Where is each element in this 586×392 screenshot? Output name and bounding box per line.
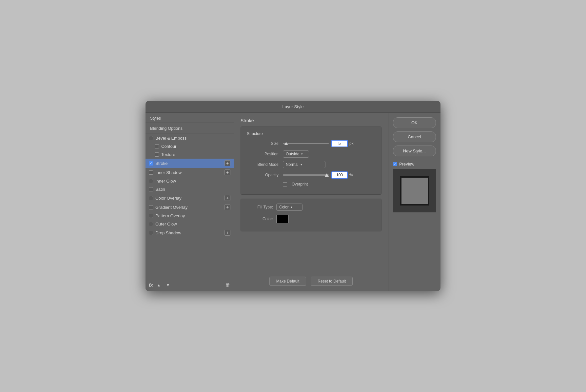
color-overlay-plus-button[interactable]: + [225,195,230,201]
size-input[interactable] [331,140,348,147]
fill-type-panel: Fill Type: Color ▾ Color: [241,199,381,231]
contour-label: Contour [161,144,230,149]
move-down-button[interactable]: ▼ [165,282,171,288]
overprint-checkbox[interactable] [283,182,287,186]
cancel-button[interactable]: Cancel [393,131,436,142]
pattern-overlay-label: Pattern Overlay [155,213,230,218]
overprint-row: Overprint [247,182,375,186]
sidebar-item-color-overlay[interactable]: Color Overlay + [146,193,234,203]
drop-shadow-plus-button[interactable]: + [225,230,230,236]
dialog-body: Styles Blending Options Bevel & Emboss C… [146,113,440,291]
sidebar-item-drop-shadow[interactable]: Drop Shadow + [146,228,234,237]
outer-glow-checkbox[interactable] [149,222,153,226]
blend-mode-dropdown-arrow: ▾ [301,163,302,166]
fill-type-value: Color [279,205,289,209]
gradient-overlay-checkbox[interactable] [149,205,153,209]
overprint-label: Overprint [292,182,308,186]
sidebar-item-blending-options[interactable]: Blending Options [146,124,234,132]
inner-glow-label: Inner Glow [155,179,230,184]
bottom-bar: fx ▲ ▼ 🗑 [146,279,234,291]
fill-type-dropdown[interactable]: Color ▾ [276,204,303,211]
gradient-overlay-plus-button[interactable]: + [225,204,230,210]
texture-label: Texture [161,152,230,157]
right-panel: OK Cancel New Style... Preview [388,113,440,291]
outer-glow-label: Outer Glow [155,222,230,226]
fill-type-row: Fill Type: Color ▾ [247,204,375,211]
drop-shadow-label: Drop Shadow [155,230,225,235]
preview-canvas [393,169,436,212]
fill-type-label: Fill Type: [247,205,276,209]
main-content: Stroke Structure Size: px Position: [234,113,388,291]
styles-header: Styles [146,113,234,123]
sidebar-item-bevel-emboss[interactable]: Bevel & Emboss [146,134,234,142]
size-label: Size: [247,141,283,146]
sidebar-item-contour[interactable]: Contour [146,142,234,150]
drop-shadow-checkbox[interactable] [149,231,153,235]
bevel-emboss-checkbox[interactable] [149,136,153,140]
fx-button[interactable]: fx [149,283,153,288]
blend-mode-row: Blend Mode: Normal ▾ [247,161,375,168]
position-dropdown-arrow: ▾ [301,152,303,156]
position-label: Position: [247,152,283,156]
dialog-title-bar: Layer Style [146,101,440,113]
opacity-row: Opacity: % [247,171,375,179]
preview-inner [400,176,429,206]
size-unit: px [349,141,354,146]
footer-buttons: Make Default Reset to Default [241,273,381,286]
stroke-section-title: Stroke [241,118,381,123]
position-value: Outside [286,152,299,156]
pattern-overlay-checkbox[interactable] [149,214,153,218]
inner-glow-checkbox[interactable] [149,179,153,183]
color-overlay-label: Color Overlay [155,196,225,201]
ok-button[interactable]: OK [393,117,436,128]
color-row: Color: [247,215,375,223]
opacity-label: Opacity: [247,173,283,177]
sidebar-item-gradient-overlay[interactable]: Gradient Overlay + [146,203,234,212]
satin-checkbox[interactable] [149,187,153,191]
sidebar-item-stroke[interactable]: Stroke + [146,159,234,168]
opacity-input[interactable] [331,171,348,179]
blend-mode-value: Normal [286,162,299,167]
bevel-emboss-label: Bevel & Emboss [155,136,230,141]
sidebar-item-texture[interactable]: Texture [146,150,234,159]
gradient-overlay-label: Gradient Overlay [155,205,225,210]
stroke-plus-button[interactable]: + [225,160,230,166]
styles-label: Styles [150,116,161,121]
inner-shadow-plus-button[interactable]: + [225,169,230,175]
make-default-button[interactable]: Make Default [269,277,306,286]
texture-checkbox[interactable] [155,152,159,157]
inner-shadow-label: Inner Shadow [155,170,225,175]
opacity-unit: % [349,173,353,177]
new-style-button[interactable]: New Style... [393,146,436,156]
move-up-button[interactable]: ▲ [155,282,162,288]
inner-shadow-checkbox[interactable] [149,170,153,175]
sidebar-item-outer-glow[interactable]: Outer Glow [146,220,234,228]
blend-mode-label: Blend Mode: [247,162,283,167]
sidebar-item-pattern-overlay[interactable]: Pattern Overlay [146,212,234,220]
contour-checkbox[interactable] [155,144,159,148]
blend-mode-dropdown[interactable]: Normal ▾ [283,161,325,168]
size-row: Size: px [247,140,375,147]
dialog-title: Layer Style [282,104,303,109]
position-dropdown[interactable]: Outside ▾ [283,150,309,158]
sidebar-item-satin[interactable]: Satin [146,185,234,193]
blending-options-label: Blending Options [150,126,230,131]
preview-section: Preview [393,162,436,212]
size-slider[interactable] [283,143,329,144]
color-overlay-checkbox[interactable] [149,196,153,200]
preview-checkbox[interactable] [393,162,397,166]
structure-panel: Structure Size: px Position: Outside ▾ [241,127,381,195]
fill-type-dropdown-arrow: ▾ [291,206,292,209]
sidebar-item-inner-glow[interactable]: Inner Glow [146,177,234,185]
delete-button[interactable]: 🗑 [225,282,230,288]
color-swatch[interactable] [276,215,289,223]
preview-label-row: Preview [393,162,436,167]
opacity-slider[interactable] [283,174,329,176]
layer-list: Blending Options Bevel & Emboss Contour … [146,123,234,279]
stroke-checkbox[interactable] [149,161,153,166]
size-slider-thumb [284,142,288,145]
structure-panel-title: Structure [247,131,375,136]
sidebar-item-inner-shadow[interactable]: Inner Shadow + [146,168,234,177]
reset-to-default-button[interactable]: Reset to Default [311,277,353,286]
layer-style-dialog: Layer Style Styles Blending Options Beve… [146,101,440,291]
